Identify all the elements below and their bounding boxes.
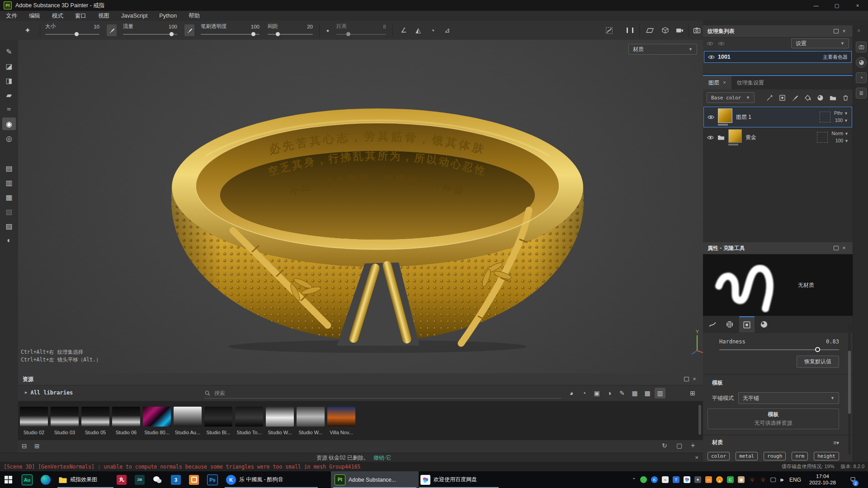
asset-thumb-studio06[interactable]	[112, 407, 140, 427]
shelf-list-folder-icon[interactable]: ⊞	[34, 442, 40, 450]
menu-edit[interactable]: 编辑	[23, 12, 46, 20]
menu-view[interactable]: 视图	[92, 12, 115, 20]
pause-engine-button[interactable]	[624, 25, 636, 36]
display-mode-cube-button[interactable]	[659, 25, 671, 36]
asset-thumb-studio05[interactable]	[81, 407, 109, 427]
projection-tool-button[interactable]: ◨	[2, 74, 16, 87]
shader-settings-icon[interactable]	[856, 57, 867, 68]
symmetry-disabled-icon[interactable]	[603, 25, 615, 36]
polygon-fill-tool-button[interactable]: ▰	[2, 89, 16, 101]
float-panel-icon[interactable]	[682, 377, 690, 381]
grid-icon[interactable]: ▨	[2, 220, 16, 232]
menu-mode[interactable]: 模式	[46, 12, 69, 20]
stencil-transform-icon[interactable]: ⊿	[441, 25, 453, 36]
asset-thumb-studio-au[interactable]	[174, 407, 202, 427]
close-tab-icon[interactable]: ×	[723, 80, 726, 86]
menu-help[interactable]: 帮助	[183, 12, 206, 20]
opacity-slider[interactable]	[201, 34, 259, 35]
library-selector[interactable]: ▼ All libraries	[24, 389, 73, 396]
opacity-dropdown[interactable]: 100 ▼	[831, 137, 849, 145]
mask-placeholder[interactable]	[817, 132, 828, 143]
channel-dropdown[interactable]: Base color ▼	[707, 92, 755, 103]
taskbar-wechat[interactable]	[149, 471, 165, 488]
taskbar-zbrush[interactable]: ZB	[131, 471, 148, 488]
blend-mode-dropdown[interactable]: Norm ▼	[831, 130, 849, 137]
spacing-slider[interactable]	[268, 34, 313, 35]
notification-center-button[interactable]: 🗩 2	[846, 471, 859, 488]
brush-preset-icon[interactable]: ✦	[22, 25, 33, 36]
close-panel-icon[interactable]: ×	[690, 376, 698, 382]
bake-mode-icon[interactable]: ▥	[2, 176, 16, 189]
tiling-mode-dropdown[interactable]: 无平铺 ▼	[738, 392, 839, 404]
add-effect-icon[interactable]	[766, 94, 773, 101]
texture-set-settings-dropdown[interactable]: 设置 ▼	[791, 38, 849, 48]
add-paint-layer-icon[interactable]	[792, 94, 798, 101]
taskbar-audition[interactable]: Au	[18, 471, 36, 488]
tray-usb-icon[interactable]: ⌁	[662, 476, 669, 483]
taskbar-kugou[interactable]: K 乐 中國風 - 酷狗音	[222, 471, 320, 488]
menu-python[interactable]: Python	[153, 13, 183, 19]
asset-thumb-studio-bl[interactable]	[204, 407, 232, 427]
search-field[interactable]: 搜索	[204, 388, 561, 399]
filter-brush-icon[interactable]: ✎	[617, 388, 627, 399]
asset-thumb-studio-w1[interactable]	[266, 407, 294, 427]
grid-view-icon[interactable]: ⊞	[687, 388, 698, 399]
eye-off-icon[interactable]	[707, 40, 713, 47]
lazy-mouse-icon[interactable]: ◔	[427, 25, 439, 36]
geometry-mask-icon[interactable]: ▦	[2, 191, 16, 203]
taskbar-baidu-netdisk[interactable]: 欢迎使用百度网盘	[417, 471, 501, 488]
eye-solo-icon[interactable]	[718, 40, 725, 47]
falloff-icon[interactable]: ∠	[398, 25, 410, 36]
history-icon[interactable]: ◔	[856, 72, 867, 83]
tray-camera-icon[interactable]: ▣	[738, 476, 745, 483]
mirror-symmetry-icon[interactable]: ◭	[412, 25, 424, 36]
taskbar-app-red[interactable]: 丸	[113, 471, 130, 488]
taskbar-photoshop[interactable]: Ps	[203, 471, 222, 488]
opacity-dropdown[interactable]: 100 ▼	[834, 117, 848, 124]
tray-qq-icon[interactable]: Q	[749, 476, 755, 483]
close-panel-icon[interactable]: ×	[840, 245, 848, 251]
add-smart-material-icon[interactable]	[779, 94, 786, 101]
tray-update-icon[interactable]: C	[727, 476, 734, 483]
channel-chip-height[interactable]: height	[814, 452, 839, 460]
tab-alpha-icon[interactable]	[722, 317, 737, 332]
add-smart-mask-icon[interactable]	[817, 94, 824, 101]
add-folder-icon[interactable]	[830, 94, 836, 101]
viewport-3d[interactable]: 必先苦其心志，劳其筋骨，饿其体肤 空乏其身，行拂乱其所为，所以动心忍性 不经一番…	[18, 40, 703, 373]
layer-thumbnail[interactable]	[728, 129, 742, 143]
asset-thumb-studio03[interactable]	[51, 407, 79, 427]
tray-huorong-icon[interactable]: 🔥	[716, 476, 723, 483]
filter-environment-icon[interactable]: ▥	[655, 388, 665, 399]
asset-thumb-studio-w2[interactable]	[297, 407, 325, 427]
camera-button[interactable]	[674, 25, 685, 36]
reset-default-button[interactable]: 恢复默认值	[797, 356, 839, 368]
clone-tool-button[interactable]: ◉	[2, 117, 16, 130]
asset-thumb-studio-to[interactable]	[235, 407, 263, 427]
flow-pressure-toggle[interactable]	[184, 24, 194, 36]
layer-row-1[interactable]: 图层 1 Pthr ▼ 100 ▼	[703, 107, 852, 127]
minimize-button[interactable]: —	[806, 0, 826, 11]
tray-kugou-icon[interactable]: K	[651, 476, 658, 483]
close-panel-icon[interactable]: ×	[840, 28, 848, 34]
filter-stencil-icon[interactable]: ▣	[591, 388, 602, 399]
tab-texture-set-settings[interactable]: 纹理集设置	[731, 76, 769, 89]
paint-tool-button[interactable]: ✎	[2, 45, 16, 58]
delete-layer-icon[interactable]	[842, 94, 849, 101]
eye-icon[interactable]	[708, 114, 714, 121]
tab-layers[interactable]: 图层 ×	[703, 76, 731, 89]
filter-filter-icon[interactable]: ◑	[604, 388, 615, 399]
frame-view-icon[interactable]: ▢	[676, 442, 682, 449]
tray-window-icon[interactable]: ▭	[705, 476, 712, 483]
network-icon[interactable]: 🖵	[770, 476, 776, 483]
taskbar-edge[interactable]	[37, 471, 54, 488]
size-pressure-toggle[interactable]	[107, 24, 117, 36]
log-icon[interactable]: ≣	[856, 88, 867, 99]
tray-feishu-icon[interactable]: ✦	[694, 476, 701, 483]
volume-icon[interactable]: 🕪	[780, 477, 784, 483]
asset-thumb-studio80[interactable]	[143, 407, 171, 427]
close-button[interactable]: ×	[847, 0, 868, 11]
size-slider[interactable]	[45, 34, 99, 35]
asset-thumb-studio02[interactable]	[20, 407, 48, 427]
shelf-scrollbar[interactable]	[698, 405, 701, 435]
taskbar-folder-ring-renders[interactable]: 戒指效果图	[55, 471, 116, 488]
